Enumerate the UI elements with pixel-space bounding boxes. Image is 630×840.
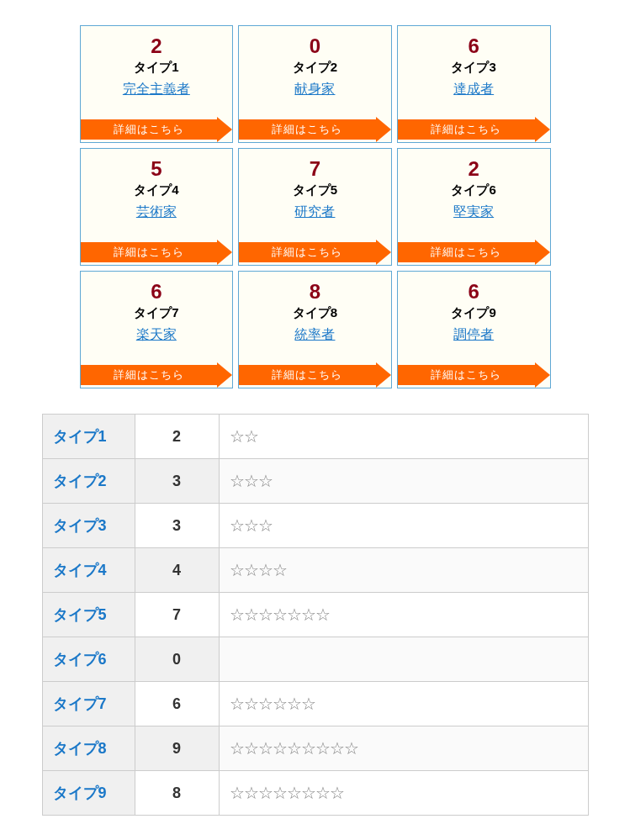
arrow-right-icon — [217, 362, 232, 388]
row-stars: ☆☆☆☆ — [219, 548, 588, 593]
card-type-label: タイプ4 — [134, 182, 178, 198]
card-score: 2 — [151, 36, 161, 56]
card-type-label: タイプ5 — [293, 182, 337, 198]
detail-label: 詳細はこちら — [398, 365, 535, 385]
card-score: 8 — [310, 282, 320, 302]
table-row: タイプ44☆☆☆☆ — [42, 548, 588, 593]
card-name-link[interactable]: 楽天家 — [136, 326, 177, 344]
card-name-link[interactable]: 堅実家 — [453, 203, 494, 221]
arrow-right-icon — [535, 362, 550, 388]
card-name-link[interactable]: 芸術家 — [136, 203, 177, 221]
type-card-7: 6タイプ7楽天家詳細はこちら — [80, 271, 234, 388]
row-stars: ☆☆☆☆☆☆ — [219, 682, 588, 726]
card-type-label: タイプ6 — [451, 182, 495, 198]
arrow-right-icon — [217, 240, 232, 265]
row-type-label: タイプ9 — [42, 771, 135, 816]
row-type-label: タイプ8 — [42, 726, 135, 771]
detail-label: 詳細はこちら — [239, 242, 376, 262]
row-type-label: タイプ1 — [42, 415, 135, 459]
row-score: 3 — [135, 504, 219, 548]
results-table: タイプ12☆☆タイプ23☆☆☆タイプ33☆☆☆タイプ44☆☆☆☆タイプ57☆☆☆… — [42, 414, 589, 816]
detail-button[interactable]: 詳細はこちら — [398, 362, 550, 388]
detail-label: 詳細はこちら — [81, 119, 218, 140]
card-score: 2 — [468, 159, 479, 179]
row-stars: ☆☆☆☆☆☆☆ — [219, 593, 588, 637]
type-card-6: 2タイプ6堅実家詳細はこちら — [397, 148, 551, 266]
detail-button[interactable]: 詳細はこちら — [398, 240, 550, 265]
table-row: タイプ23☆☆☆ — [42, 459, 588, 504]
row-score: 7 — [135, 593, 219, 637]
card-type-label: タイプ7 — [134, 305, 178, 321]
row-type-label: タイプ3 — [42, 504, 135, 548]
table-row: タイプ33☆☆☆ — [42, 504, 588, 548]
card-name-link[interactable]: 統率者 — [294, 326, 335, 344]
arrow-right-icon — [535, 117, 550, 142]
arrow-right-icon — [535, 240, 550, 265]
type-card-3: 6タイプ3達成者詳細はこちら — [397, 25, 551, 143]
row-score: 6 — [135, 682, 219, 726]
detail-label: 詳細はこちら — [398, 119, 535, 140]
type-card-8: 8タイプ8統率者詳細はこちら — [238, 271, 392, 388]
detail-button[interactable]: 詳細はこちら — [239, 362, 391, 388]
row-score: 3 — [135, 459, 219, 504]
row-type-label: タイプ5 — [42, 593, 135, 637]
card-score: 6 — [468, 282, 479, 302]
row-type-label: タイプ2 — [42, 459, 135, 504]
detail-button[interactable]: 詳細はこちら — [239, 240, 391, 265]
card-name-link[interactable]: 研究者 — [294, 203, 335, 221]
row-score: 8 — [135, 771, 219, 816]
card-type-label: タイプ1 — [134, 60, 178, 76]
arrow-right-icon — [217, 117, 232, 142]
card-score: 0 — [310, 36, 320, 56]
detail-label: 詳細はこちら — [81, 242, 218, 262]
detail-button[interactable]: 詳細はこちら — [239, 117, 391, 142]
row-stars: ☆☆ — [219, 415, 588, 459]
arrow-right-icon — [376, 240, 391, 265]
card-type-label: タイプ2 — [293, 60, 337, 76]
row-type-label: タイプ7 — [42, 682, 135, 726]
table-row: タイプ12☆☆ — [42, 415, 588, 459]
type-card-5: 7タイプ5研究者詳細はこちら — [238, 148, 392, 266]
row-score: 4 — [135, 548, 219, 593]
row-score: 2 — [135, 415, 219, 459]
type-card-2: 0タイプ2献身家詳細はこちら — [238, 25, 392, 143]
card-type-label: タイプ8 — [293, 305, 337, 321]
row-type-label: タイプ6 — [42, 637, 135, 682]
table-row: タイプ57☆☆☆☆☆☆☆ — [42, 593, 588, 637]
type-card-4: 5タイプ4芸術家詳細はこちら — [80, 148, 234, 266]
card-type-label: タイプ3 — [451, 60, 495, 76]
card-type-label: タイプ9 — [451, 305, 495, 321]
row-stars — [219, 637, 588, 682]
row-score: 9 — [135, 726, 219, 771]
card-score: 7 — [310, 159, 320, 179]
detail-button[interactable]: 詳細はこちら — [81, 117, 233, 142]
card-name-link[interactable]: 完全主義者 — [123, 81, 190, 98]
card-score: 6 — [151, 282, 161, 302]
type-cards-grid: 2タイプ1完全主義者詳細はこちら0タイプ2献身家詳細はこちら6タイプ3達成者詳細… — [80, 25, 551, 388]
table-row: タイプ89☆☆☆☆☆☆☆☆☆ — [42, 726, 588, 771]
detail-button[interactable]: 詳細はこちら — [398, 117, 550, 142]
detail-button[interactable]: 詳細はこちら — [81, 240, 233, 265]
table-row: タイプ98☆☆☆☆☆☆☆☆ — [42, 771, 588, 816]
row-stars: ☆☆☆☆☆☆☆☆☆ — [219, 726, 588, 771]
detail-label: 詳細はこちら — [239, 119, 376, 140]
row-stars: ☆☆☆☆☆☆☆☆ — [219, 771, 588, 816]
card-score: 5 — [151, 159, 161, 179]
arrow-right-icon — [376, 117, 391, 142]
detail-button[interactable]: 詳細はこちら — [81, 362, 233, 388]
row-stars: ☆☆☆ — [219, 459, 588, 504]
card-name-link[interactable]: 献身家 — [294, 81, 335, 98]
detail-label: 詳細はこちら — [398, 242, 535, 262]
card-name-link[interactable]: 調停者 — [453, 326, 494, 344]
card-score: 6 — [468, 36, 479, 56]
row-type-label: タイプ4 — [42, 548, 135, 593]
row-score: 0 — [135, 637, 219, 682]
detail-label: 詳細はこちら — [239, 365, 376, 385]
type-card-1: 2タイプ1完全主義者詳細はこちら — [80, 25, 234, 143]
card-name-link[interactable]: 達成者 — [453, 81, 494, 98]
type-card-9: 6タイプ9調停者詳細はこちら — [397, 271, 551, 388]
table-row: タイプ76☆☆☆☆☆☆ — [42, 682, 588, 726]
table-row: タイプ60 — [42, 637, 588, 682]
arrow-right-icon — [376, 362, 391, 388]
detail-label: 詳細はこちら — [81, 365, 218, 385]
